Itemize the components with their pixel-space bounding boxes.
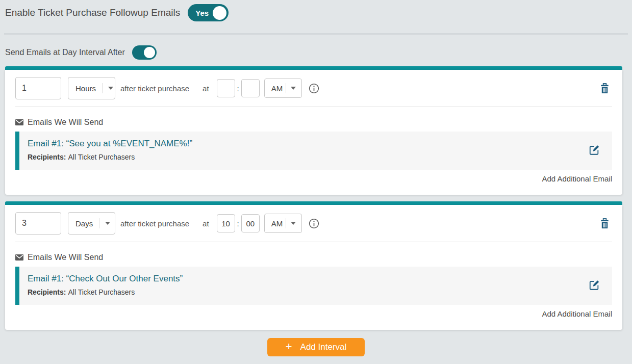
recipients-label: Recipients: — [28, 288, 66, 296]
page-title: Enable Ticket Purchase Followup Emails — [5, 7, 180, 18]
minute-input[interactable] — [241, 79, 260, 97]
toggle-knob — [144, 47, 155, 58]
after-purchase-label: after ticket purchase — [120, 84, 189, 93]
select-divider — [286, 218, 286, 228]
email-recipients: Recipients:All Ticket Purchasers — [28, 153, 192, 161]
ampm-select[interactable]: AM — [264, 214, 302, 233]
emails-we-will-send-header: Emails We Will Send — [15, 118, 612, 127]
recipients-value: All Ticket Purchasers — [68, 153, 135, 161]
day-interval-label: Send Emails at Day Interval After — [5, 48, 125, 57]
recipients-label: Recipients: — [28, 153, 66, 161]
time-colon: : — [237, 84, 239, 93]
ampm-select-value: AM — [265, 219, 286, 228]
section-divider — [4, 33, 628, 35]
toggle-knob — [213, 6, 226, 20]
email-item: Email #1: “See you at %EVENT_NAME%!” Rec… — [15, 132, 612, 170]
plus-icon: + — [286, 341, 292, 352]
unit-select-value: Days — [68, 219, 99, 228]
day-interval-row: Send Emails at Day Interval After — [5, 45, 627, 60]
edit-email-button[interactable] — [588, 278, 601, 292]
select-divider — [286, 83, 286, 93]
trash-icon — [599, 83, 610, 94]
edit-icon — [589, 279, 600, 291]
emails-header-label: Emails We Will Send — [28, 118, 103, 127]
interval-unit-select[interactable]: Hours — [68, 77, 115, 99]
hour-input[interactable] — [217, 214, 235, 232]
followup-emails-header: Enable Ticket Purchase Followup Emails Y… — [0, 0, 632, 33]
chevron-down-icon — [105, 222, 110, 225]
envelope-icon — [15, 254, 23, 261]
edit-icon — [589, 144, 600, 155]
ampm-select-value: AM — [265, 84, 286, 93]
email-recipients: Recipients:All Ticket Purchasers — [28, 288, 183, 296]
add-additional-email-link[interactable]: Add Additional Email — [542, 309, 612, 318]
day-interval-toggle[interactable] — [132, 45, 157, 60]
card-divider — [15, 242, 612, 242]
recipients-value: All Ticket Purchasers — [68, 288, 135, 296]
emails-header-label: Emails We Will Send — [28, 253, 103, 262]
add-interval-label: Add Interval — [300, 342, 347, 352]
interval-settings-row: Hours after ticket purchase at : AM — [15, 77, 612, 99]
delete-interval-button[interactable] — [597, 83, 612, 94]
followup-emails-toggle[interactable]: Yes — [188, 4, 229, 21]
info-icon[interactable] — [309, 218, 319, 229]
trash-icon — [599, 218, 610, 229]
info-icon[interactable] — [309, 83, 319, 94]
chevron-down-icon — [291, 222, 296, 225]
delete-interval-button[interactable] — [597, 218, 612, 229]
interval-value-input[interactable] — [15, 77, 61, 99]
interval-value-input[interactable] — [15, 212, 61, 235]
card-accent-bar — [5, 66, 622, 70]
emails-we-will-send-header: Emails We Will Send — [15, 253, 612, 262]
select-divider — [99, 218, 99, 228]
interval-card-2: Days after ticket purchase at : AM — [5, 201, 622, 330]
minute-input[interactable] — [241, 214, 260, 232]
interval-card-1: Hours after ticket purchase at : AM — [5, 66, 622, 195]
email-title: Email #1: “Check Out Our Other Events” — [28, 274, 183, 284]
edit-email-button[interactable] — [588, 143, 601, 157]
after-purchase-label: after ticket purchase — [120, 219, 189, 228]
ampm-select[interactable]: AM — [264, 79, 302, 98]
chevron-down-icon — [108, 87, 113, 90]
card-divider — [15, 107, 612, 107]
add-interval-button[interactable]: + Add Interval — [267, 338, 365, 356]
time-colon: : — [237, 219, 239, 228]
email-title: Email #1: “See you at %EVENT_NAME%!” — [28, 139, 192, 149]
card-accent-bar — [5, 201, 622, 205]
envelope-icon — [15, 119, 23, 125]
select-divider — [102, 83, 103, 93]
at-label: at — [203, 84, 209, 93]
toggle-on-label: Yes — [188, 9, 209, 17]
interval-settings-row: Days after ticket purchase at : AM — [15, 212, 612, 235]
footer: + Add Interval — [0, 338, 632, 356]
add-additional-email-link[interactable]: Add Additional Email — [542, 174, 612, 183]
at-label: at — [203, 219, 209, 228]
hour-input[interactable] — [217, 79, 235, 97]
interval-unit-select[interactable]: Days — [68, 212, 115, 235]
email-item: Email #1: “Check Out Our Other Events” R… — [15, 267, 612, 305]
chevron-down-icon — [291, 87, 296, 90]
unit-select-value: Hours — [68, 84, 102, 93]
